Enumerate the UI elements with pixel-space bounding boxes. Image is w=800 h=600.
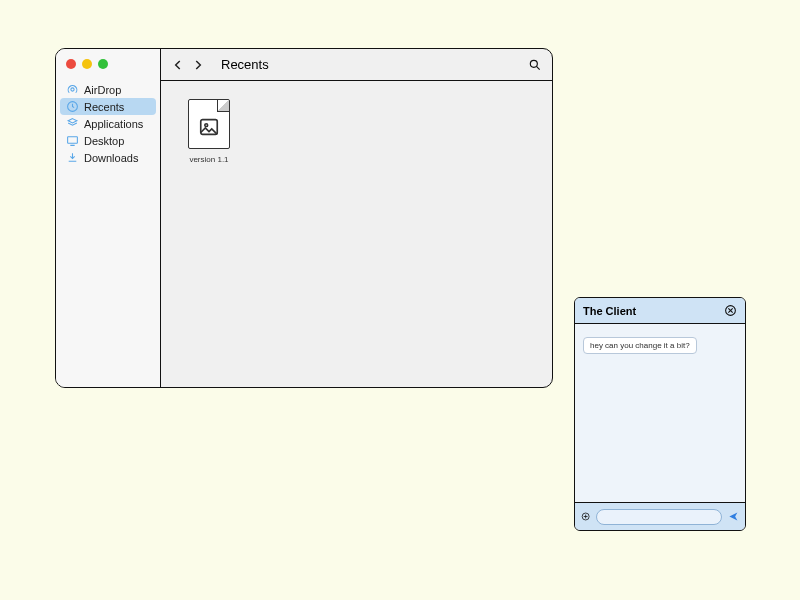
window-minimize-button[interactable] (82, 59, 92, 69)
chat-input-row (575, 502, 745, 530)
sidebar-item-airdrop[interactable]: AirDrop (60, 81, 156, 98)
nav-arrows (171, 58, 205, 72)
chat-title: The Client (583, 305, 636, 317)
svg-point-3 (530, 60, 537, 67)
chat-input[interactable] (596, 509, 722, 525)
window-zoom-button[interactable] (98, 59, 108, 69)
file-item[interactable]: version 1.1 (179, 99, 239, 164)
finder-content: version 1.1 (161, 81, 552, 387)
chat-header: The Client (575, 298, 745, 324)
sidebar-item-downloads[interactable]: Downloads (60, 149, 156, 166)
file-label: version 1.1 (189, 155, 228, 164)
app-icon (66, 117, 79, 130)
finder-window: AirDrop Recents Applications Desktop (55, 48, 553, 388)
window-close-button[interactable] (66, 59, 76, 69)
chat-window: The Client hey can you change it a bit? (574, 297, 746, 531)
sidebar-item-label: Downloads (84, 152, 138, 164)
search-icon[interactable] (528, 58, 542, 72)
file-thumbnail (188, 99, 230, 149)
sidebar-item-label: Recents (84, 101, 124, 113)
image-file-icon (198, 116, 220, 138)
svg-point-0 (71, 88, 74, 91)
chat-body: hey can you change it a bit? (575, 324, 745, 502)
chat-message: hey can you change it a bit? (583, 337, 697, 354)
sidebar-item-desktop[interactable]: Desktop (60, 132, 156, 149)
window-traffic-lights (56, 49, 160, 75)
clock-icon (66, 100, 79, 113)
add-attachment-icon[interactable] (581, 510, 590, 523)
sidebar-item-label: Applications (84, 118, 143, 130)
download-icon (66, 151, 79, 164)
svg-point-5 (205, 124, 208, 127)
sidebar-item-applications[interactable]: Applications (60, 115, 156, 132)
airdrop-icon (66, 83, 79, 96)
desktop-icon (66, 134, 79, 147)
sidebar-item-recents[interactable]: Recents (60, 98, 156, 115)
svg-rect-2 (68, 137, 78, 144)
finder-toolbar: Recents (161, 49, 552, 81)
sidebar-item-label: AirDrop (84, 84, 121, 96)
sidebar-list: AirDrop Recents Applications Desktop (56, 75, 160, 172)
send-icon[interactable] (728, 509, 739, 524)
sidebar-item-label: Desktop (84, 135, 124, 147)
nav-forward-button[interactable] (191, 58, 205, 72)
finder-sidebar: AirDrop Recents Applications Desktop (56, 49, 161, 387)
close-icon[interactable] (724, 304, 737, 317)
toolbar-title: Recents (221, 57, 269, 72)
nav-back-button[interactable] (171, 58, 185, 72)
finder-main: Recents version 1.1 (161, 49, 552, 387)
